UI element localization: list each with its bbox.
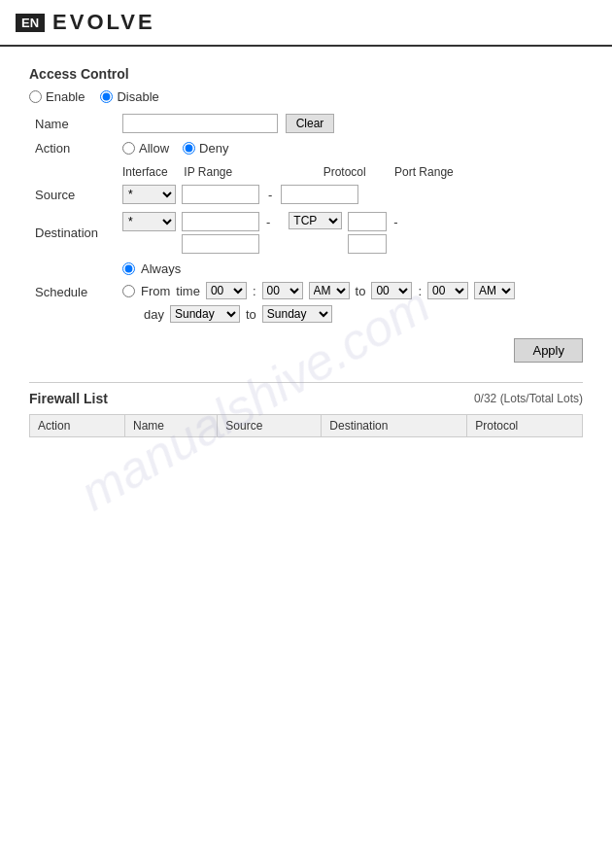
action-label: Action (29, 137, 117, 159)
action-input-cell: Allow Deny (117, 137, 583, 159)
firewall-list-title: Firewall List (29, 391, 108, 406)
from-radio[interactable] (122, 285, 135, 297)
disable-radio[interactable] (100, 90, 113, 103)
firewall-table-header-row: Action Name Source Destination Protocol (30, 415, 583, 437)
enable-radio[interactable] (29, 90, 42, 103)
source-ip-to[interactable] (281, 185, 358, 204)
col-interface: Interface (122, 165, 181, 179)
time-min-to-select[interactable]: 00153045 (427, 282, 468, 299)
subheader-cell: Interface IP Range Protocol Port Range (117, 159, 583, 181)
allow-radio[interactable] (122, 142, 135, 155)
col-protocol: Protocol (323, 165, 391, 179)
name-label: Name (29, 110, 117, 137)
to-label: to (356, 284, 366, 298)
deny-radio[interactable] (183, 142, 195, 155)
col-name: Name (124, 415, 217, 437)
source-label: Source (29, 181, 117, 208)
time-colon-1: : (253, 284, 256, 298)
time-min-from-select[interactable]: 00153045 (262, 282, 303, 299)
day-to-select[interactable]: SundayMondayTuesday WednesdayThursdayFri… (262, 305, 332, 323)
time-hour-to-select[interactable]: 00010203 04050607 0809101112 (371, 282, 412, 299)
time-ampm-to-select[interactable]: AMPM (474, 282, 515, 299)
to-day-label: to (246, 307, 256, 322)
disable-label: Disable (117, 89, 158, 104)
en-badge: EN (16, 14, 45, 32)
schedule-input-cell: Always From time 00010203 04050607 08091… (117, 258, 583, 327)
allow-radio-label[interactable]: Allow (122, 141, 169, 156)
dest-port-to[interactable] (348, 234, 387, 254)
day-from-select[interactable]: SundayMondayTuesday WednesdayThursdayFri… (170, 305, 240, 323)
schedule-row: Schedule Always From time 00010203 (29, 258, 583, 327)
action-row: Action Allow Deny (29, 137, 583, 159)
time-hour-from-select[interactable]: 00010203 04050607 0809101112 (206, 282, 247, 299)
firewall-list-count: 0/32 (Lots/Total Lots) (474, 392, 583, 405)
firewall-list-header: Firewall List 0/32 (Lots/Total Lots) (29, 382, 583, 406)
col-protocol: Protocol (467, 415, 583, 437)
destination-row: Destination * LAN WAN - (29, 208, 583, 258)
allow-label: Allow (139, 141, 169, 156)
enable-disable-row: Enable Disable (29, 89, 583, 104)
dest-interface-select[interactable]: * LAN WAN (122, 212, 176, 231)
access-control-title: Access Control (29, 66, 583, 82)
col-destination: Destination (322, 415, 467, 437)
dest-port-from[interactable] (348, 212, 387, 231)
col-port-range: Port Range (394, 165, 454, 179)
disable-radio-label[interactable]: Disable (100, 89, 158, 104)
schedule-label: Schedule (29, 258, 117, 327)
deny-radio-label[interactable]: Deny (183, 141, 228, 156)
destination-input-cell: * LAN WAN - TCP (117, 208, 583, 258)
time-label: time (176, 284, 200, 298)
subheader-row: Interface IP Range Protocol Port Range (29, 159, 583, 181)
source-ip-dash: - (268, 188, 272, 202)
dest-protocol-select[interactable]: TCP UDP ICMP ANY (289, 212, 342, 229)
name-row: Name Clear (29, 110, 583, 137)
main-content: Access Control Enable Disable Name Clear… (0, 47, 612, 457)
dest-ip-to[interactable] (182, 234, 259, 254)
from-label: From (141, 284, 170, 298)
time-colon-2: : (418, 284, 422, 298)
dest-ip-dash: - (266, 215, 270, 229)
deny-label: Deny (199, 141, 228, 156)
name-input[interactable] (122, 114, 278, 133)
col-source: Source (218, 415, 322, 437)
apply-button[interactable]: Apply (514, 338, 583, 363)
app-header: EN EVOLVE (0, 0, 612, 47)
always-radio[interactable] (122, 262, 135, 275)
enable-radio-label[interactable]: Enable (29, 89, 85, 104)
day-label: day (144, 307, 164, 322)
clear-button[interactable]: Clear (286, 114, 335, 133)
source-row: Source * LAN WAN - (29, 181, 583, 208)
enable-label: Enable (46, 89, 85, 104)
source-ip-from[interactable] (182, 185, 259, 204)
apply-row: Apply (29, 338, 583, 363)
col-ip-range: IP Range (184, 165, 300, 179)
source-interface-select[interactable]: * LAN WAN (122, 185, 176, 204)
form-table: Name Clear Action Allow Deny (29, 110, 583, 327)
col-action: Action (30, 415, 125, 437)
firewall-table: Action Name Source Destination Protocol (29, 414, 583, 437)
dest-port-dash: - (393, 215, 397, 229)
always-label: Always (141, 261, 181, 276)
source-input-cell: * LAN WAN - (117, 181, 583, 208)
dest-ip-from[interactable] (182, 212, 259, 231)
app-logo: EVOLVE (52, 10, 155, 35)
destination-label: Destination (29, 208, 117, 258)
name-input-cell: Clear (117, 110, 583, 137)
time-ampm-from-select[interactable]: AMPM (309, 282, 350, 299)
